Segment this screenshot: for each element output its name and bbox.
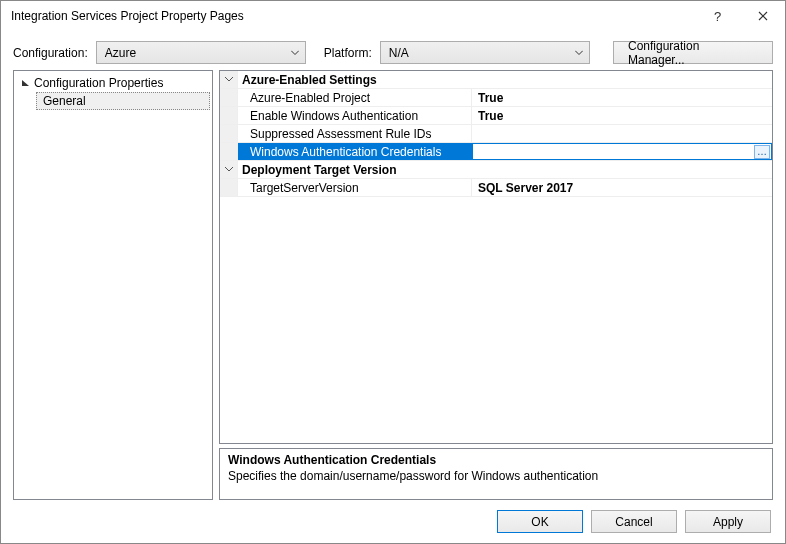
description-body: Specifies the domain/username/password f… (228, 469, 764, 483)
prop-row-azure-enabled[interactable]: Azure-Enabled Project True (220, 89, 772, 107)
prop-name: Windows Authentication Credentials (238, 143, 472, 160)
tree-root-item[interactable]: Configuration Properties (14, 74, 212, 92)
chevron-down-icon (291, 50, 299, 55)
window-title: Integration Services Project Property Pa… (11, 9, 695, 23)
prop-row-target-server-version[interactable]: TargetServerVersion SQL Server 2017 (220, 179, 772, 197)
nav-tree[interactable]: Configuration Properties General (13, 70, 213, 500)
prop-value[interactable]: True (472, 107, 772, 124)
prop-row-enable-winauth[interactable]: Enable Windows Authentication True (220, 107, 772, 125)
platform-dropdown[interactable]: N/A (380, 41, 590, 64)
chevron-down-icon (575, 50, 583, 55)
configuration-dropdown[interactable]: Azure (96, 41, 306, 64)
ellipsis-button[interactable]: … (754, 145, 770, 159)
dialog-footer: OK Cancel Apply (1, 500, 785, 544)
prop-name: Azure-Enabled Project (238, 89, 472, 106)
configuration-bar: Configuration: Azure Platform: N/A Confi… (1, 31, 785, 70)
prop-name: Suppressed Assessment Rule IDs (238, 125, 472, 142)
prop-value[interactable]: SQL Server 2017 (472, 179, 772, 196)
tree-collapse-icon[interactable] (20, 79, 30, 88)
body-area: Configuration Properties General Azure-E… (1, 70, 785, 500)
configuration-value: Azure (105, 46, 136, 60)
prop-value[interactable]: True (472, 89, 772, 106)
ok-button[interactable]: OK (497, 510, 583, 533)
platform-label: Platform: (324, 46, 372, 60)
configuration-manager-button[interactable]: Configuration Manager... (613, 41, 773, 64)
titlebar: Integration Services Project Property Pa… (1, 1, 785, 31)
prop-row-suppressed-rules[interactable]: Suppressed Assessment Rule IDs (220, 125, 772, 143)
category-collapse-icon[interactable] (220, 71, 238, 88)
property-grid[interactable]: Azure-Enabled Settings Azure-Enabled Pro… (219, 70, 773, 444)
description-panel: Windows Authentication Credentials Speci… (219, 448, 773, 500)
category-label: Azure-Enabled Settings (238, 73, 377, 87)
description-title: Windows Authentication Credentials (228, 453, 764, 467)
help-button[interactable]: ? (695, 1, 740, 31)
tree-child-label: General (43, 94, 86, 108)
prop-row-winauth-credentials[interactable]: Windows Authentication Credentials … (220, 143, 772, 161)
prop-name: TargetServerVersion (238, 179, 472, 196)
prop-name: Enable Windows Authentication (238, 107, 472, 124)
apply-button[interactable]: Apply (685, 510, 771, 533)
category-azure-settings[interactable]: Azure-Enabled Settings (220, 71, 772, 89)
close-button[interactable] (740, 1, 785, 31)
prop-value[interactable] (472, 125, 772, 142)
configuration-label: Configuration: (13, 46, 88, 60)
tree-child-general[interactable]: General (36, 92, 210, 110)
category-deployment-target[interactable]: Deployment Target Version (220, 161, 772, 179)
right-column: Azure-Enabled Settings Azure-Enabled Pro… (219, 70, 773, 500)
cancel-button[interactable]: Cancel (591, 510, 677, 533)
platform-value: N/A (389, 46, 409, 60)
category-collapse-icon[interactable] (220, 161, 238, 178)
prop-value[interactable]: … (472, 143, 772, 160)
tree-root-label: Configuration Properties (34, 76, 163, 90)
category-label: Deployment Target Version (238, 163, 396, 177)
